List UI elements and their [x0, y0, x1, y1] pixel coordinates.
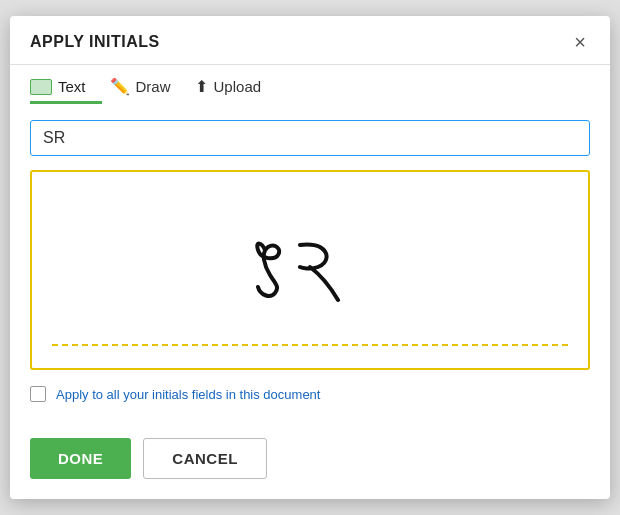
tab-draw[interactable]: ✏️ Draw [110, 65, 187, 104]
close-button[interactable]: × [570, 32, 590, 52]
dialog-title: APPLY INITIALS [30, 33, 160, 51]
baseline-dashed [52, 344, 568, 346]
tab-text[interactable]: Text [30, 66, 102, 104]
dialog-body: Apply to all your initials fields in thi… [10, 104, 610, 438]
signature-svg [220, 205, 400, 335]
tabs-container: Text ✏️ Draw ⬆ Upload [10, 65, 610, 104]
apply-all-row: Apply to all your initials fields in thi… [30, 386, 590, 402]
signature-preview [30, 170, 590, 370]
keyboard-icon [30, 78, 52, 96]
dialog-header: APPLY INITIALS × [10, 16, 610, 65]
pencil-icon: ✏️ [110, 77, 130, 96]
apply-all-checkbox[interactable] [30, 386, 46, 402]
dialog-footer: DONE CANCEL [10, 438, 610, 499]
upload-icon: ⬆ [195, 77, 208, 96]
tab-draw-label: Draw [136, 78, 171, 95]
cancel-button[interactable]: CANCEL [143, 438, 267, 479]
tab-upload[interactable]: ⬆ Upload [195, 65, 278, 104]
apply-initials-dialog: APPLY INITIALS × Text ✏️ Draw ⬆ Upload [10, 16, 610, 499]
tab-upload-label: Upload [214, 78, 262, 95]
apply-all-label[interactable]: Apply to all your initials fields in thi… [56, 387, 320, 402]
done-button[interactable]: DONE [30, 438, 131, 479]
initials-text-input[interactable] [30, 120, 590, 156]
tab-text-label: Text [58, 78, 86, 95]
